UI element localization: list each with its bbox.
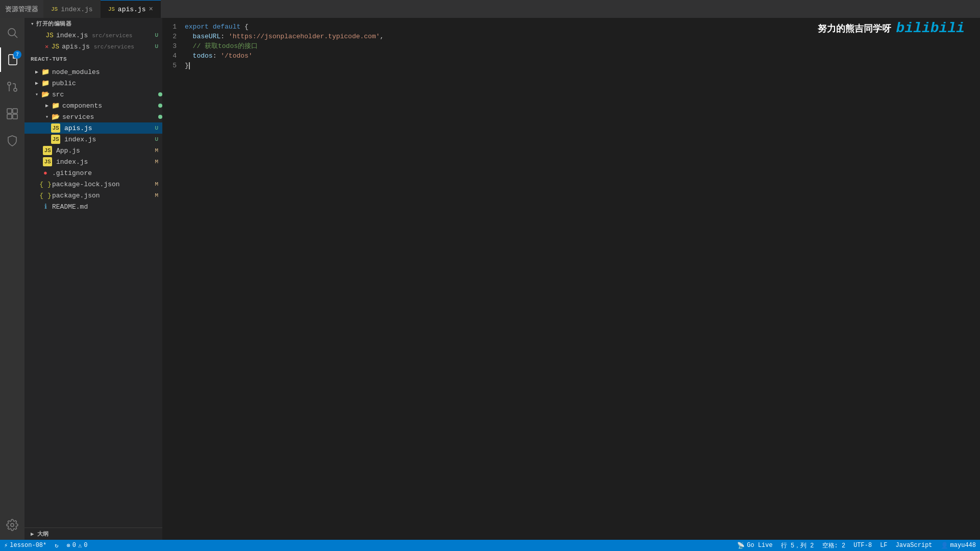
modified-dot: [158, 92, 162, 96]
spaces-label: 空格: 2: [822, 541, 846, 550]
tree-item-services[interactable]: ▾ 📂 services: [24, 111, 162, 122]
arrow-icon: ▾: [43, 113, 51, 121]
svg-rect-7: [7, 114, 12, 119]
branch-icon: ⚡: [4, 542, 8, 549]
language-label: JavaScript: [896, 542, 933, 549]
tree-item-apis-js[interactable]: JS apis.js U: [24, 122, 162, 134]
git-icon: ●: [41, 168, 50, 178]
status-user[interactable]: 👤 mayu448: [937, 540, 980, 551]
folder-icon: 📁: [51, 101, 60, 110]
title-bar-label: 资源管理器: [0, 0, 43, 18]
project-root-label: REACT-TUTS: [24, 52, 162, 66]
tree-item-components[interactable]: ▶ 📁 components: [24, 100, 162, 111]
tab-apis-js[interactable]: JS apis.js ×: [101, 0, 161, 18]
json-icon: { }: [41, 191, 50, 200]
activity-extensions[interactable]: [0, 102, 24, 126]
folder-icon: 📁: [41, 79, 50, 88]
status-left: ⚡ lesson-08* ↻ ⊗ 0 ⚠ 0: [0, 540, 91, 551]
folder-icon: 📁: [41, 67, 50, 77]
modified-dot: [158, 104, 162, 108]
error-icon: ⊗: [66, 542, 70, 549]
svg-point-2: [14, 88, 17, 91]
activity-search[interactable]: [0, 20, 24, 45]
js-file-icon-active: JS: [108, 6, 115, 12]
tree-item-package-lock[interactable]: { } package-lock.json M: [24, 179, 162, 190]
status-position[interactable]: 行 5，列 2: [777, 540, 818, 551]
status-right: 📡 Go Live 行 5，列 2 空格: 2 UTF-8 LF JavaScr…: [733, 540, 980, 551]
open-editors-header[interactable]: ▾ 打开的编辑器: [24, 18, 162, 30]
editor-area: 1 2 3 4 5 export default { baseURL: 'htt…: [162, 18, 980, 540]
branch-label: lesson-08*: [10, 542, 46, 549]
tab-close-button[interactable]: ×: [149, 5, 153, 13]
tree-item-index-js-services[interactable]: JS index.js U: [24, 134, 162, 145]
arrow-icon: ▶: [43, 102, 51, 110]
svg-line-1: [15, 35, 18, 38]
activity-remote[interactable]: [0, 129, 24, 153]
close-icon-small: ✕: [45, 43, 48, 51]
tree-item-src[interactable]: ▾ 📂 src: [24, 89, 162, 100]
user-label: mayu448: [950, 542, 976, 549]
activity-bar: 7: [0, 18, 24, 540]
js-file-icon: JS: [51, 6, 58, 12]
status-bar: ⚡ lesson-08* ↻ ⊗ 0 ⚠ 0 📡 Go Live 行 5，列 2…: [0, 540, 980, 551]
status-errors[interactable]: ⊗ 0 ⚠ 0: [62, 540, 91, 551]
folder-open-icon: 📂: [41, 90, 50, 99]
tree-item-readme[interactable]: ℹ README.md: [24, 201, 162, 212]
code-line-4: todos: '/todos': [185, 51, 980, 61]
svg-rect-5: [7, 109, 12, 113]
activity-explorer[interactable]: 7: [0, 47, 24, 72]
status-m: M: [155, 159, 162, 165]
status-golive[interactable]: 📡 Go Live: [733, 540, 776, 551]
svg-rect-6: [13, 109, 17, 113]
eol-label: LF: [880, 542, 887, 549]
tabs-area: JS index.js JS apis.js ×: [43, 0, 980, 18]
code-lines[interactable]: export default { baseURL: 'https://jsonp…: [183, 18, 980, 540]
status-encoding[interactable]: UTF-8: [849, 540, 876, 551]
title-bar: 资源管理器 JS index.js JS apis.js × 努力的熊吉同学呀 …: [0, 0, 980, 18]
tree-item-node-modules[interactable]: ▶ 📁 node_modules: [24, 66, 162, 78]
svg-point-3: [8, 82, 11, 85]
status-m: M: [155, 181, 162, 187]
tab-label-active: apis.js: [118, 6, 146, 13]
code-line-1: export default {: [185, 22, 980, 32]
arrow-icon: ▶: [33, 79, 41, 87]
position-label: 行 5，列 2: [781, 541, 814, 550]
status-language[interactable]: JavaScript: [892, 540, 937, 551]
tab-index-js[interactable]: JS index.js: [43, 0, 101, 18]
modified-dot: [158, 115, 162, 119]
encoding-label: UTF-8: [853, 542, 872, 549]
status-spaces[interactable]: 空格: 2: [818, 540, 850, 551]
js-file-icon: JS: [43, 157, 52, 166]
activity-bar-bottom: [0, 513, 24, 540]
tree-item-app-js[interactable]: JS App.js M: [24, 145, 162, 156]
status-eol[interactable]: LF: [876, 540, 891, 551]
arrow-icon: ▶: [33, 68, 41, 76]
sidebar: ▾ 打开的编辑器 JS index.js src/services U ✕ JS…: [24, 18, 162, 540]
status-m: M: [155, 192, 162, 198]
tab-label: index.js: [61, 6, 92, 13]
js-icon: JS: [45, 31, 54, 40]
tree-item-package-json[interactable]: { } package.json M: [24, 190, 162, 201]
js-file-icon: JS: [51, 123, 60, 133]
outline-section[interactable]: ▶ 大纲: [24, 528, 162, 540]
code-line-5: }: [185, 61, 980, 70]
folder-open-icon: 📂: [51, 112, 60, 121]
open-editor-apis-js[interactable]: ✕ JS apis.js src/services U: [24, 41, 162, 52]
text-cursor: [189, 62, 190, 69]
tree-item-public[interactable]: ▶ 📁 public: [24, 78, 162, 89]
warning-icon: ⚠: [78, 542, 82, 549]
main-area: 7: [0, 18, 980, 540]
tree-item-gitignore[interactable]: ● .gitignore: [24, 167, 162, 179]
js-file-icon: JS: [51, 135, 60, 144]
open-editor-index-js[interactable]: JS index.js src/services U: [24, 30, 162, 41]
json-icon: { }: [41, 180, 50, 189]
activity-settings[interactable]: [0, 513, 24, 537]
tree-item-index-js-src[interactable]: JS index.js M: [24, 156, 162, 167]
status-branch[interactable]: ⚡ lesson-08*: [0, 540, 51, 551]
status-sync[interactable]: ↻: [51, 540, 62, 551]
status-u: U: [155, 136, 162, 142]
file-tree: ▶ 📁 node_modules ▶ 📁 public ▾ 📂 src: [24, 66, 162, 528]
editor-content[interactable]: 1 2 3 4 5 export default { baseURL: 'htt…: [162, 18, 980, 540]
svg-point-9: [11, 523, 14, 527]
activity-source-control[interactable]: [0, 74, 24, 99]
